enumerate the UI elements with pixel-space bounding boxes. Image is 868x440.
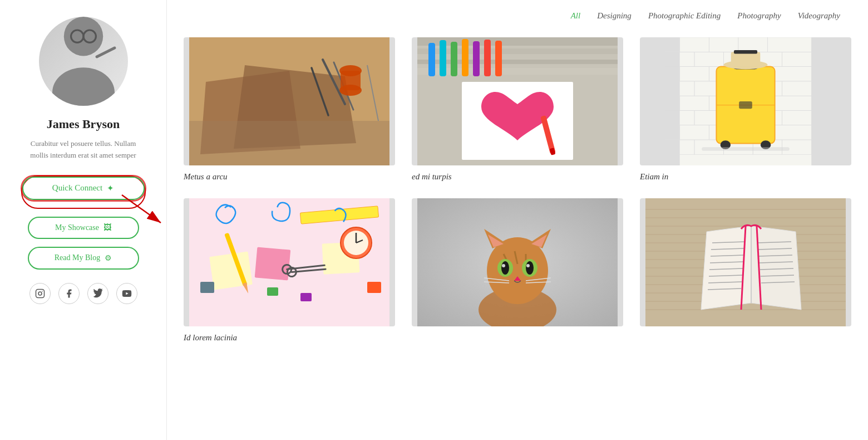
svg-rect-30 bbox=[462, 39, 468, 76]
svg-rect-101 bbox=[367, 282, 381, 293]
svg-point-1 bbox=[52, 67, 115, 106]
user-name: James Bryson bbox=[47, 117, 120, 131]
portfolio-image-3 bbox=[640, 37, 851, 165]
portfolio-title-2: ed mi turpis bbox=[412, 172, 623, 182]
svg-rect-28 bbox=[440, 40, 446, 76]
svg-point-118 bbox=[502, 264, 505, 267]
quick-connect-label: Quick Connect bbox=[52, 183, 102, 193]
showcase-icon: 🖼 bbox=[103, 223, 111, 232]
portfolio-grid: Metus a arcu bbox=[184, 37, 851, 343]
svg-point-19 bbox=[339, 85, 362, 96]
svg-rect-100 bbox=[200, 282, 214, 293]
quick-connect-highlight: Quick Connect ✦ bbox=[21, 175, 146, 209]
filter-designing[interactable]: Designing bbox=[597, 11, 632, 21]
svg-rect-31 bbox=[473, 41, 480, 76]
portfolio-item-3[interactable]: Etiam in bbox=[640, 37, 851, 182]
filter-photographic-editing[interactable]: Photographic Editing bbox=[648, 11, 721, 21]
portfolio-image-1 bbox=[184, 37, 395, 165]
filter-photography[interactable]: Photography bbox=[737, 11, 781, 21]
svg-rect-21 bbox=[189, 121, 389, 165]
svg-rect-27 bbox=[428, 43, 435, 76]
svg-rect-24 bbox=[417, 48, 618, 54]
filter-nav: AllDesigningPhotographic EditingPhotogra… bbox=[184, 11, 851, 21]
svg-rect-26 bbox=[417, 68, 618, 75]
instagram-icon[interactable] bbox=[29, 283, 51, 304]
youtube-icon[interactable] bbox=[116, 283, 137, 304]
portfolio-item-4[interactable]: Id lorem lacinia bbox=[184, 198, 395, 343]
svg-rect-79 bbox=[734, 50, 757, 54]
svg-rect-6 bbox=[36, 289, 44, 297]
svg-rect-32 bbox=[484, 40, 491, 76]
quick-connect-button[interactable]: Quick Connect ✦ bbox=[22, 177, 145, 200]
svg-rect-88 bbox=[255, 247, 291, 280]
portfolio-item-6[interactable] bbox=[640, 198, 851, 343]
svg-rect-81 bbox=[739, 101, 752, 109]
portfolio-title-1: Metus a arcu bbox=[184, 172, 395, 182]
portfolio-image-4 bbox=[184, 198, 395, 326]
read-blog-label: Read My Blog bbox=[55, 253, 100, 262]
sidebar: James Bryson Curabitur vel posuere tellu… bbox=[0, 0, 167, 440]
filter-all[interactable]: All bbox=[571, 11, 581, 21]
portfolio-title-4: Id lorem lacinia bbox=[184, 333, 395, 343]
svg-rect-33 bbox=[495, 41, 502, 76]
svg-rect-23 bbox=[417, 37, 618, 46]
user-bio: Curabitur vel posuere tellus. Nullam mol… bbox=[28, 138, 139, 162]
svg-point-117 bbox=[526, 261, 534, 275]
twitter-icon[interactable] bbox=[87, 283, 108, 304]
blog-icon: ⚙ bbox=[105, 253, 112, 263]
svg-point-116 bbox=[501, 261, 509, 275]
svg-point-119 bbox=[526, 264, 530, 267]
avatar-image bbox=[39, 17, 128, 106]
portfolio-image-2 bbox=[412, 37, 623, 165]
svg-point-106 bbox=[487, 237, 548, 304]
filter-videography[interactable]: Videography bbox=[798, 11, 840, 21]
main-content: AllDesigningPhotographic EditingPhotogra… bbox=[167, 0, 868, 440]
svg-rect-103 bbox=[300, 293, 312, 301]
quick-connect-icon: ✦ bbox=[107, 183, 114, 193]
svg-point-7 bbox=[38, 292, 42, 295]
avatar bbox=[39, 17, 128, 106]
my-showcase-button[interactable]: My Showcase 🖼 bbox=[28, 217, 139, 239]
read-blog-button[interactable]: Read My Blog ⚙ bbox=[28, 247, 139, 270]
svg-rect-78 bbox=[731, 52, 761, 66]
svg-rect-29 bbox=[451, 42, 457, 76]
facebook-icon[interactable] bbox=[58, 283, 80, 304]
svg-line-5 bbox=[97, 48, 115, 57]
portfolio-item-2[interactable]: ed mi turpis bbox=[412, 37, 623, 182]
svg-point-8 bbox=[42, 291, 43, 292]
svg-rect-84 bbox=[702, 147, 790, 151]
svg-rect-25 bbox=[417, 60, 618, 64]
portfolio-image-6 bbox=[640, 198, 851, 326]
portfolio-item-1[interactable]: Metus a arcu bbox=[184, 37, 395, 182]
my-showcase-label: My Showcase bbox=[55, 223, 99, 232]
portfolio-image-5 bbox=[412, 198, 623, 326]
portfolio-item-5[interactable] bbox=[412, 198, 623, 343]
portfolio-title-3: Etiam in bbox=[640, 172, 851, 182]
svg-rect-102 bbox=[267, 287, 278, 296]
social-icons-container bbox=[29, 283, 137, 304]
